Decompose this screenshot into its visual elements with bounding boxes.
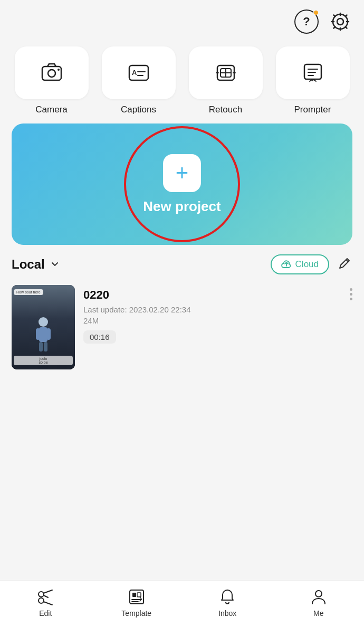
svg-rect-24 <box>137 593 141 597</box>
notification-dot <box>313 10 319 15</box>
nav-me-label: Me <box>313 609 323 618</box>
cloud-button[interactable]: Cloud <box>271 254 329 274</box>
svg-rect-2 <box>42 66 61 80</box>
prompter-label: Prompter <box>294 104 331 115</box>
captions-icon-box: A <box>102 46 176 99</box>
tool-grid: Camera A Captions Retouch <box>0 39 364 120</box>
project-duration: 00:16 <box>83 330 116 344</box>
scissors-icon <box>36 588 54 606</box>
person-icon <box>310 588 328 606</box>
nav-inbox[interactable]: Inbox <box>182 581 273 627</box>
svg-rect-23 <box>132 593 136 597</box>
local-title: Local <box>12 257 45 272</box>
prompter-icon-box <box>276 46 350 99</box>
nav-me[interactable]: Me <box>273 581 365 627</box>
svg-rect-16 <box>44 342 47 352</box>
nav-template-label: Template <box>121 609 151 618</box>
new-project-inner: + New project <box>143 154 221 215</box>
project-thumbnail: How bout here juoloso be <box>12 285 75 369</box>
local-header: Local Cloud <box>12 254 352 274</box>
edit-pencil-icon <box>338 258 351 271</box>
svg-line-21 <box>44 595 49 597</box>
captions-label: Captions <box>121 104 156 115</box>
edit-button[interactable] <box>337 256 352 272</box>
svg-rect-14 <box>46 328 51 340</box>
nav-edit-label: Edit <box>39 609 52 618</box>
project-item[interactable]: How bout here juoloso be 0220 <box>12 283 352 376</box>
plus-icon: + <box>176 162 189 184</box>
svg-rect-12 <box>39 327 47 342</box>
svg-point-18 <box>39 598 44 603</box>
project-date: Last update: 2023.02.20 22:34 <box>83 305 341 314</box>
new-project-label: New project <box>143 198 221 215</box>
nav-inbox-label: Inbox <box>218 609 236 618</box>
svg-point-3 <box>48 70 55 77</box>
cloud-button-label: Cloud <box>295 259 319 270</box>
three-dots-icon <box>350 288 352 300</box>
template-icon <box>128 588 146 606</box>
dropdown-arrow-icon[interactable] <box>49 259 61 270</box>
svg-line-20 <box>44 602 53 605</box>
svg-rect-15 <box>39 342 43 352</box>
project-size: 24M <box>83 316 341 325</box>
cloud-upload-icon <box>281 259 292 270</box>
svg-point-25 <box>315 591 322 597</box>
new-project-banner[interactable]: + New project <box>12 124 352 245</box>
tool-camera[interactable]: Camera <box>12 46 91 115</box>
top-bar: ? <box>0 0 364 39</box>
nav-edit[interactable]: Edit <box>0 581 91 627</box>
svg-point-17 <box>39 592 44 597</box>
captions-icon: A <box>127 61 150 84</box>
svg-point-1 <box>333 14 348 29</box>
local-actions: Cloud <box>271 254 352 274</box>
local-title-wrap[interactable]: Local <box>12 257 61 272</box>
svg-text:A: A <box>132 69 137 77</box>
camera-label: Camera <box>35 104 67 115</box>
gear-icon <box>330 11 351 32</box>
retouch-icon <box>214 61 237 84</box>
plus-box: + <box>163 154 201 192</box>
prompter-icon <box>301 61 324 84</box>
thumb-speech-text: juoloso be <box>14 356 73 365</box>
svg-rect-13 <box>36 328 40 340</box>
camera-icon <box>40 61 63 84</box>
project-name: 0220 <box>83 288 341 302</box>
tool-retouch[interactable]: Retouch <box>186 46 265 115</box>
retouch-icon-box <box>189 46 263 99</box>
thumb-text-top: How bout here <box>14 289 43 295</box>
thumb-bg: How bout here juoloso be <box>12 285 75 369</box>
svg-point-0 <box>337 18 343 25</box>
retouch-label: Retouch <box>209 104 242 115</box>
svg-point-4 <box>58 69 60 71</box>
tool-prompter[interactable]: Prompter <box>273 46 352 115</box>
settings-button[interactable] <box>328 10 352 34</box>
project-info: 0220 Last update: 2023.02.20 22:34 24M 0… <box>83 285 341 344</box>
tool-captions[interactable]: A Captions <box>99 46 178 115</box>
help-button[interactable]: ? <box>294 10 319 34</box>
svg-point-11 <box>39 317 48 327</box>
svg-line-19 <box>44 590 53 593</box>
local-section: Local Cloud <box>0 254 364 376</box>
nav-template[interactable]: Template <box>91 581 183 627</box>
camera-icon-box <box>15 46 89 99</box>
bell-icon <box>218 588 236 606</box>
project-more-button[interactable] <box>350 285 352 300</box>
bottom-nav: Edit Template Inbox <box>0 580 364 627</box>
